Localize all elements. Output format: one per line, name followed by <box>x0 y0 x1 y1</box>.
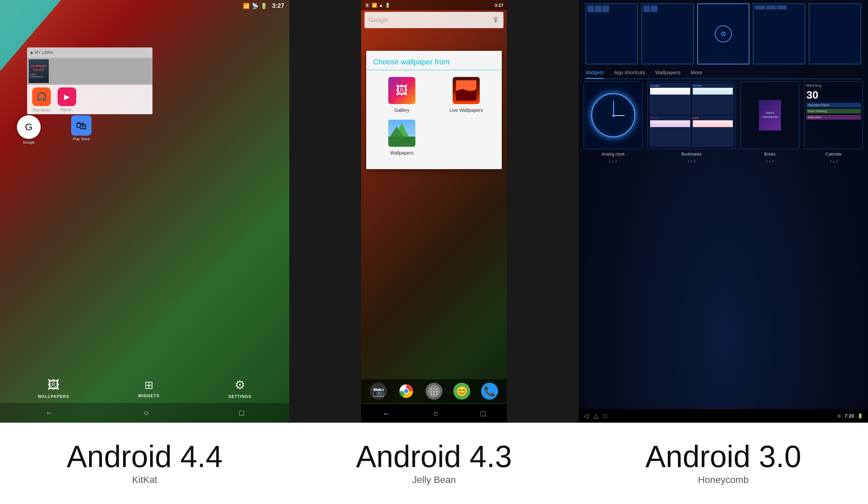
kitkat-settings-option[interactable]: ⚙ SETTINGS <box>228 378 251 399</box>
kitkat-drawer-album: INTERNETPOLICE KATE ANDERSON <box>27 58 153 85</box>
mute-icon: 🔇 <box>364 3 370 8</box>
jb-nav-bar: ← ○ □ <box>361 404 507 423</box>
kitkat-google-app[interactable]: G Google <box>17 115 41 144</box>
hc-thumb-3[interactable]: ⚙ <box>697 3 750 64</box>
jb-camera-icon[interactable]: 📷 <box>370 383 387 400</box>
svg-point-11 <box>433 389 435 390</box>
live-wp-inner <box>453 77 480 104</box>
jb-dialog-options: 🖼 Gallery <box>366 70 502 162</box>
hc-books-size: 2 x 3 <box>766 159 774 163</box>
svg-point-14 <box>433 391 435 392</box>
play-app-label: Play M... <box>60 107 73 111</box>
svg-point-12 <box>436 389 437 390</box>
honeycomb-title: Android 3.0 <box>645 441 801 472</box>
honeycomb-subtitle: Honeycomb <box>698 474 748 485</box>
jb-back-icon[interactable]: ← <box>382 409 391 418</box>
hc-calendar-preview: Wed Aug 30 Important Event Team Meeting … <box>804 81 863 149</box>
home-icon[interactable]: ○ <box>144 408 149 418</box>
jb-live-wallpapers-option[interactable]: Live Wallpapers <box>437 77 495 113</box>
jb-gallery-option[interactable]: 🖼 Gallery <box>373 77 431 113</box>
hc-books-label: Books <box>764 152 775 157</box>
jb-home-icon[interactable]: ○ <box>433 409 438 418</box>
svg-rect-3 <box>388 136 415 147</box>
svg-point-21 <box>612 114 615 117</box>
jb-wifi-icon: 📶 <box>372 3 377 8</box>
hc-home-icon[interactable]: △ <box>593 412 598 420</box>
jellybean-subtitle: Jelly Bean <box>412 474 456 485</box>
jb-face-icon[interactable]: 😊 <box>453 383 470 400</box>
hc-thumb-4[interactable] <box>753 3 805 64</box>
hc-calendar-widget[interactable]: Wed Aug 30 Important Event Team Meeting … <box>804 81 863 163</box>
hc-cal-header: Wed Aug <box>806 83 861 88</box>
svg-rect-1 <box>456 80 476 91</box>
hc-analog-clock-widget[interactable]: Analog clock 2 x 2 <box>584 81 642 163</box>
hc-thumb-1[interactable] <box>586 3 638 64</box>
google-label: Google <box>23 140 34 144</box>
hc-cal-event-2: Team Meeting <box>806 109 861 114</box>
jb-time: 3:27 <box>495 3 504 8</box>
hc-books-widget[interactable]: Alice'sAdventures Books 2 x 3 <box>741 81 799 163</box>
settings-icon: ⚙ <box>235 378 245 392</box>
jb-search-bar[interactable]: Google 🎙 <box>364 12 504 28</box>
hc-bookmark-grid: Google Picasa Yahoo! MSN <box>648 82 735 149</box>
hc-status-bar: ◁ △ □ ⚙ 7:20 🔋 <box>579 409 868 423</box>
hc-top-thumbnails: ⚙ <box>586 3 861 64</box>
kitkat-widgets-option[interactable]: ⊞ WIDGETS <box>138 379 159 398</box>
panel-jellybean: 🔇 📶 ▲ 🔋 3:27 Google 🎙 Choose wallpaper f… <box>289 0 579 423</box>
jb-apps-icon[interactable] <box>425 383 443 400</box>
hc-thumb-2[interactable] <box>641 3 694 64</box>
svg-point-13 <box>431 391 432 392</box>
jb-wallpapers-icon <box>388 120 415 147</box>
play-music-icon: 🎧 <box>36 92 47 102</box>
jb-signal-icon: ▲ <box>379 3 383 8</box>
hc-cal-day: Wed <box>806 83 814 88</box>
google-icon: G <box>17 115 41 139</box>
kitkat-play-store-abbr[interactable]: ▶ Play M... <box>58 88 76 112</box>
play-store-label: Play Store <box>73 137 90 141</box>
widgets-label: WIDGETS <box>138 393 159 398</box>
label-kitkat: Android 4.4 KitKat <box>0 423 289 504</box>
kitkat-wallpapers-option[interactable]: 🖼 WALLPAPERS <box>38 378 69 399</box>
jb-mic-icon[interactable]: 🎙 <box>493 16 499 24</box>
hc-bookmarks-widget[interactable]: Google Picasa Yahoo! MSN <box>648 81 735 163</box>
jb-dock: 📷 <box>361 379 507 403</box>
hc-clock-ring <box>591 93 635 137</box>
kitkat-drawer-panel: ▶ MY LIBRA INTERNETPOLICE KATE ANDERSON … <box>27 48 153 114</box>
wallpapers-label: WALLPAPERS <box>38 394 69 399</box>
settings-label: SETTINGS <box>228 394 251 399</box>
hc-tab-shortcuts[interactable]: App shortcuts <box>614 70 645 79</box>
jb-recents-icon[interactable]: □ <box>481 409 486 418</box>
hc-thumb-5[interactable] <box>809 3 861 64</box>
kitkat-home-apps: G Google 🛍 Play Store <box>17 115 286 144</box>
hc-tab-wallpapers[interactable]: Wallpapers <box>655 70 680 79</box>
svg-point-15 <box>436 391 437 392</box>
hc-back-icon[interactable]: ◁ <box>584 412 589 420</box>
hc-bookmark-google: Google <box>649 83 691 115</box>
hc-bookmark-msn: MSN <box>692 115 734 147</box>
jb-gallery-label: Gallery <box>394 107 409 113</box>
hc-bookmark-yahoo: Yahoo! <box>649 115 691 147</box>
jb-chrome-icon[interactable] <box>398 383 415 400</box>
jb-wallpapers-option[interactable]: Wallpapers <box>373 120 431 156</box>
jb-gallery-icon: 🖼 <box>388 77 415 104</box>
kitkat-status-icons: 📶 📡 🔋 3:27 <box>243 2 284 10</box>
play-store-icon: 🛍 <box>71 115 92 136</box>
svg-point-18 <box>436 394 437 395</box>
hc-tab-widgets[interactable]: Widgets <box>586 70 604 79</box>
label-jellybean: Android 4.3 Jelly Bean <box>289 423 579 504</box>
hc-book-cover: Alice'sAdventures <box>759 100 781 131</box>
jb-wallpaper-dialog: Choose wallpaper from 🖼 Gallery <box>366 51 502 169</box>
recents-icon[interactable]: □ <box>239 408 244 418</box>
hc-recents-icon[interactable]: □ <box>603 412 607 420</box>
hc-tab-more[interactable]: More <box>691 70 702 79</box>
kitkat-play-store-app[interactable]: 🛍 Play Store <box>71 115 92 144</box>
jb-phone-icon[interactable]: 📞 <box>481 383 498 400</box>
gallery-icon-inner: 🖼 <box>388 77 415 104</box>
kitkat-album-cover: INTERNETPOLICE KATE ANDERSON <box>29 59 49 83</box>
kitkat-play-music-app[interactable]: 🎧 Play Music <box>32 88 51 112</box>
back-icon[interactable]: ← <box>45 408 53 418</box>
widgets-icon: ⊞ <box>144 379 154 391</box>
hc-bookmark-picasa: Picasa <box>692 83 734 115</box>
jb-status-right: 3:27 <box>495 3 504 8</box>
hc-calendar-label: Calendar <box>825 152 842 157</box>
